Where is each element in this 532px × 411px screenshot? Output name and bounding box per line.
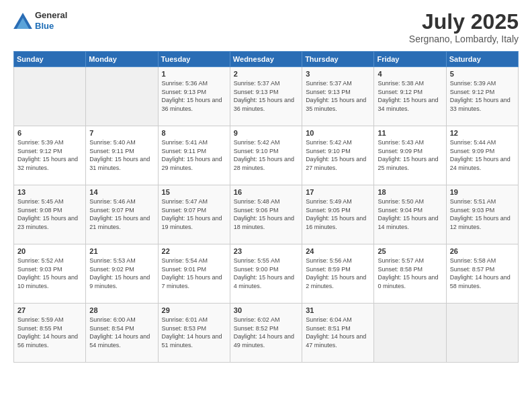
day-number: 1	[162, 70, 226, 78]
calendar-cell: 2Sunrise: 5:37 AM Sunset: 9:13 PM Daylig…	[230, 67, 302, 126]
day-number: 5	[450, 70, 515, 78]
calendar-cell: 27Sunrise: 5:59 AM Sunset: 8:55 PM Dayli…	[14, 304, 86, 363]
calendar-cell: 3Sunrise: 5:37 AM Sunset: 9:13 PM Daylig…	[302, 67, 374, 126]
calendar-cell	[374, 304, 446, 363]
day-info: Sunrise: 5:42 AM Sunset: 9:10 PM Dayligh…	[234, 138, 298, 172]
day-number: 7	[89, 129, 154, 137]
day-info: Sunrise: 5:41 AM Sunset: 9:11 PM Dayligh…	[162, 138, 226, 172]
day-info: Sunrise: 5:44 AM Sunset: 9:09 PM Dayligh…	[450, 138, 515, 172]
calendar-cell: 24Sunrise: 5:56 AM Sunset: 8:59 PM Dayli…	[302, 244, 374, 304]
calendar-cell: 15Sunrise: 5:47 AM Sunset: 9:07 PM Dayli…	[158, 185, 230, 244]
day-number: 9	[234, 129, 298, 137]
logo-text: General Blue	[35, 10, 67, 31]
day-info: Sunrise: 6:00 AM Sunset: 8:54 PM Dayligh…	[89, 316, 154, 349]
calendar-cell: 18Sunrise: 5:50 AM Sunset: 9:04 PM Dayli…	[374, 185, 446, 244]
calendar-cell: 23Sunrise: 5:55 AM Sunset: 9:00 PM Dayli…	[230, 244, 302, 304]
day-info: Sunrise: 5:39 AM Sunset: 9:12 PM Dayligh…	[450, 79, 515, 113]
header: General Blue July 2025 Sergnano, Lombard…	[13, 10, 519, 44]
page: General Blue July 2025 Sergnano, Lombard…	[0, 0, 532, 411]
day-info: Sunrise: 5:42 AM Sunset: 9:10 PM Dayligh…	[306, 138, 370, 172]
day-info: Sunrise: 5:43 AM Sunset: 9:09 PM Dayligh…	[378, 138, 442, 172]
title-block: July 2025 Sergnano, Lombardy, Italy	[409, 10, 519, 44]
calendar-cell: 7Sunrise: 5:40 AM Sunset: 9:11 PM Daylig…	[86, 126, 158, 185]
calendar-cell: 11Sunrise: 5:43 AM Sunset: 9:09 PM Dayli…	[374, 126, 446, 185]
day-info: Sunrise: 5:48 AM Sunset: 9:06 PM Dayligh…	[234, 197, 298, 231]
day-number: 10	[306, 129, 370, 137]
calendar-cell: 10Sunrise: 5:42 AM Sunset: 9:10 PM Dayli…	[302, 126, 374, 185]
day-info: Sunrise: 5:55 AM Sunset: 9:00 PM Dayligh…	[234, 257, 298, 290]
day-number: 3	[306, 70, 370, 78]
day-number: 22	[162, 247, 226, 255]
calendar-cell: 8Sunrise: 5:41 AM Sunset: 9:11 PM Daylig…	[158, 126, 230, 185]
day-info: Sunrise: 6:01 AM Sunset: 8:53 PM Dayligh…	[162, 316, 226, 349]
day-number: 15	[162, 188, 226, 196]
month-title: July 2025	[409, 10, 519, 34]
calendar-cell: 28Sunrise: 6:00 AM Sunset: 8:54 PM Dayli…	[86, 304, 158, 363]
day-number: 4	[378, 70, 442, 78]
col-sunday: Sunday	[14, 52, 86, 67]
calendar: Sunday Monday Tuesday Wednesday Thursday…	[13, 51, 519, 363]
calendar-cell: 4Sunrise: 5:38 AM Sunset: 9:12 PM Daylig…	[374, 67, 446, 126]
col-monday: Monday	[86, 52, 158, 67]
day-number: 16	[234, 188, 298, 196]
day-number: 31	[306, 306, 370, 314]
calendar-cell: 20Sunrise: 5:52 AM Sunset: 9:03 PM Dayli…	[14, 244, 86, 304]
day-number: 8	[162, 129, 226, 137]
calendar-cell: 6Sunrise: 5:39 AM Sunset: 9:12 PM Daylig…	[14, 126, 86, 185]
day-number: 27	[17, 306, 82, 314]
day-number: 2	[234, 70, 298, 78]
calendar-cell: 9Sunrise: 5:42 AM Sunset: 9:10 PM Daylig…	[230, 126, 302, 185]
day-info: Sunrise: 5:39 AM Sunset: 9:12 PM Dayligh…	[17, 138, 82, 172]
col-friday: Friday	[374, 52, 446, 67]
day-info: Sunrise: 5:50 AM Sunset: 9:04 PM Dayligh…	[378, 197, 442, 231]
day-number: 17	[306, 188, 370, 196]
calendar-week-row: 27Sunrise: 5:59 AM Sunset: 8:55 PM Dayli…	[14, 304, 519, 363]
day-info: Sunrise: 5:46 AM Sunset: 9:07 PM Dayligh…	[89, 197, 154, 231]
day-info: Sunrise: 5:40 AM Sunset: 9:11 PM Dayligh…	[89, 138, 154, 172]
day-info: Sunrise: 5:47 AM Sunset: 9:07 PM Dayligh…	[162, 197, 226, 231]
day-info: Sunrise: 5:36 AM Sunset: 9:13 PM Dayligh…	[162, 79, 226, 113]
calendar-header-row: Sunday Monday Tuesday Wednesday Thursday…	[14, 52, 519, 67]
calendar-week-row: 13Sunrise: 5:45 AM Sunset: 9:08 PM Dayli…	[14, 185, 519, 244]
calendar-cell	[14, 67, 86, 126]
day-number: 28	[89, 306, 154, 314]
day-number: 11	[378, 129, 442, 137]
col-tuesday: Tuesday	[158, 52, 230, 67]
day-number: 18	[378, 188, 442, 196]
col-saturday: Saturday	[446, 52, 518, 67]
calendar-week-row: 1Sunrise: 5:36 AM Sunset: 9:13 PM Daylig…	[14, 67, 519, 126]
day-info: Sunrise: 5:37 AM Sunset: 9:13 PM Dayligh…	[306, 79, 370, 113]
day-info: Sunrise: 5:49 AM Sunset: 9:05 PM Dayligh…	[306, 197, 370, 231]
day-info: Sunrise: 5:58 AM Sunset: 8:57 PM Dayligh…	[450, 257, 515, 290]
day-number: 14	[89, 188, 154, 196]
calendar-cell: 22Sunrise: 5:54 AM Sunset: 9:01 PM Dayli…	[158, 244, 230, 304]
calendar-cell	[446, 304, 518, 363]
day-number: 20	[17, 247, 82, 255]
day-number: 21	[89, 247, 154, 255]
day-info: Sunrise: 5:59 AM Sunset: 8:55 PM Dayligh…	[17, 316, 82, 349]
day-info: Sunrise: 6:02 AM Sunset: 8:52 PM Dayligh…	[234, 316, 298, 349]
col-wednesday: Wednesday	[230, 52, 302, 67]
calendar-cell: 31Sunrise: 6:04 AM Sunset: 8:51 PM Dayli…	[302, 304, 374, 363]
day-info: Sunrise: 6:04 AM Sunset: 8:51 PM Dayligh…	[306, 316, 370, 349]
day-number: 13	[17, 188, 82, 196]
day-info: Sunrise: 5:37 AM Sunset: 9:13 PM Dayligh…	[234, 79, 298, 113]
day-info: Sunrise: 5:53 AM Sunset: 9:02 PM Dayligh…	[89, 257, 154, 290]
logo: General Blue	[13, 10, 67, 31]
calendar-cell: 12Sunrise: 5:44 AM Sunset: 9:09 PM Dayli…	[446, 126, 518, 185]
day-info: Sunrise: 5:38 AM Sunset: 9:12 PM Dayligh…	[378, 79, 442, 113]
logo-icon	[13, 13, 32, 29]
day-number: 30	[234, 306, 298, 314]
day-info: Sunrise: 5:56 AM Sunset: 8:59 PM Dayligh…	[306, 257, 370, 290]
day-number: 29	[162, 306, 226, 314]
calendar-cell: 17Sunrise: 5:49 AM Sunset: 9:05 PM Dayli…	[302, 185, 374, 244]
calendar-cell: 19Sunrise: 5:51 AM Sunset: 9:03 PM Dayli…	[446, 185, 518, 244]
day-number: 24	[306, 247, 370, 255]
calendar-cell: 5Sunrise: 5:39 AM Sunset: 9:12 PM Daylig…	[446, 67, 518, 126]
calendar-cell: 14Sunrise: 5:46 AM Sunset: 9:07 PM Dayli…	[86, 185, 158, 244]
location-title: Sergnano, Lombardy, Italy	[409, 34, 519, 44]
calendar-cell: 26Sunrise: 5:58 AM Sunset: 8:57 PM Dayli…	[446, 244, 518, 304]
calendar-cell: 16Sunrise: 5:48 AM Sunset: 9:06 PM Dayli…	[230, 185, 302, 244]
day-info: Sunrise: 5:57 AM Sunset: 8:58 PM Dayligh…	[378, 257, 442, 290]
day-number: 12	[450, 129, 515, 137]
